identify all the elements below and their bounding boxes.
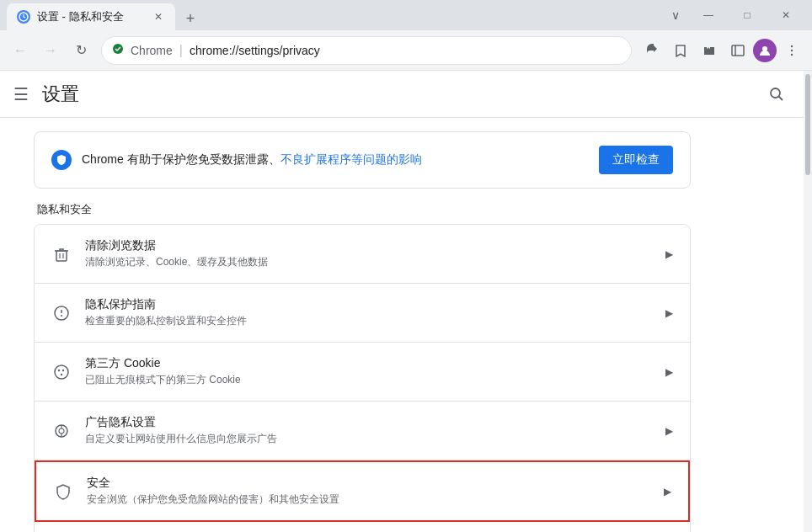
privacy-guide-icon: [51, 303, 72, 323]
bookmark-button[interactable]: [667, 37, 694, 64]
item-desc-security: 安全浏览（保护您免受危险网站的侵害）和其他安全设置: [87, 492, 650, 507]
item-title-security: 安全: [87, 476, 650, 491]
safety-text-prefix: Chrome 有助于保护您免受数据泄露、: [82, 152, 280, 166]
safety-text-link[interactable]: 不良扩展程序等问题的影响: [280, 152, 422, 166]
main-layout: ☰ 设置 Chrome 有助于保护您免受数据泄露、不良扩展程序等问题的影响 立即…: [0, 71, 812, 532]
page-title: 设置: [42, 82, 79, 107]
svg-point-5: [791, 45, 793, 46]
safety-banner-text: Chrome 有助于保护您免受数据泄露、不良扩展程序等问题的影响: [82, 152, 589, 168]
item-text-ad-privacy: 广告隐私设置 自定义要让网站使用什么信息向您展示广告: [85, 415, 652, 446]
tab-area: 设置 - 隐私和安全 ✕ +: [7, 0, 655, 30]
item-title-third-party-cookie: 第三方 Cookie: [85, 356, 652, 371]
tab-favicon: [17, 10, 30, 24]
extension-button[interactable]: [696, 37, 723, 64]
svg-point-22: [59, 428, 64, 434]
address-separator: |: [179, 43, 183, 58]
minimize-button[interactable]: —: [689, 0, 728, 30]
titlebar: 设置 - 隐私和安全 ✕ + ∨ — □ ✕: [0, 0, 812, 30]
svg-point-19: [62, 369, 64, 370]
item-text-security: 安全 安全浏览（保护您免受危险网站的侵害）和其他安全设置: [87, 476, 650, 507]
svg-point-6: [791, 49, 793, 51]
svg-point-20: [61, 373, 62, 375]
item-title-clear-data: 清除浏览数据: [85, 238, 652, 253]
address-bar[interactable]: Chrome | chrome://settings/privacy: [101, 36, 632, 65]
hamburger-menu-button[interactable]: ☰: [13, 84, 29, 104]
arrow-icon-ad-privacy: ▶: [665, 425, 673, 437]
settings-item-third-party-cookie[interactable]: 第三方 Cookie 已阻止无痕模式下的第三方 Cookie ▶: [35, 343, 690, 402]
svg-point-7: [791, 53, 793, 55]
svg-rect-2: [732, 45, 744, 56]
item-desc-ad-privacy: 自定义要让网站使用什么信息向您展示广告: [85, 432, 652, 446]
safety-check-button[interactable]: 立即检查: [599, 146, 673, 174]
scrollbar[interactable]: [804, 71, 812, 532]
profile-button[interactable]: [753, 39, 777, 62]
security-shield-icon: [53, 481, 73, 502]
address-chrome-label: Chrome: [131, 44, 173, 57]
cookie-icon: [51, 362, 72, 382]
new-tab-button[interactable]: +: [179, 7, 202, 30]
scrollbar-thumb[interactable]: [805, 74, 810, 175]
svg-point-8: [771, 88, 780, 98]
settings-list: 清除浏览数据 清除浏览记录、Cookie、缓存及其他数据 ▶ 隐私保护指南 检查…: [34, 224, 691, 532]
share-button[interactable]: [638, 37, 665, 64]
security-icon: [112, 43, 124, 57]
arrow-icon-privacy-guide: ▶: [665, 307, 673, 319]
item-title-ad-privacy: 广告隐私设置: [85, 415, 652, 430]
active-tab[interactable]: 设置 - 隐私和安全 ✕: [7, 3, 175, 30]
chrome-menu-button[interactable]: ∨: [662, 2, 689, 29]
ad-privacy-icon: [51, 421, 72, 441]
toolbar: ← → ↻ Chrome | chrome://settings/privacy: [0, 30, 812, 71]
arrow-icon-third-party-cookie: ▶: [665, 366, 673, 378]
settings-item-ad-privacy[interactable]: 广告隐私设置 自定义要让网站使用什么信息向您展示广告 ▶: [35, 402, 690, 460]
settings-content: Chrome 有助于保护您免受数据泄露、不良扩展程序等问题的影响 立即检查 隐私…: [0, 131, 724, 532]
item-text-clear-data: 清除浏览数据 清除浏览记录、Cookie、缓存及其他数据: [85, 238, 652, 269]
window-controls: — □ ✕: [689, 0, 805, 30]
item-text-third-party-cookie: 第三方 Cookie 已阻止无痕模式下的第三方 Cookie: [85, 356, 652, 387]
svg-point-18: [58, 369, 60, 370]
item-text-privacy-guide: 隐私保护指南 检查重要的隐私控制设置和安全控件: [85, 297, 652, 328]
address-url: chrome://settings/privacy: [190, 44, 320, 57]
safety-check-banner: Chrome 有助于保护您免受数据泄露、不良扩展程序等问题的影响 立即检查: [34, 131, 691, 189]
svg-point-17: [55, 365, 68, 379]
item-desc-privacy-guide: 检查重要的隐私控制设置和安全控件: [85, 314, 652, 328]
item-title-privacy-guide: 隐私保护指南: [85, 297, 652, 312]
item-desc-clear-data: 清除浏览记录、Cookie、缓存及其他数据: [85, 255, 652, 269]
tab-title: 设置 - 隐私和安全: [37, 9, 145, 24]
settings-item-site-settings[interactable]: 网站设置 控制网站可以使用和显示什么信息（如位置信息、摄像头、弹出式窗口及其他）…: [35, 522, 690, 532]
toolbar-actions: [638, 37, 805, 64]
svg-point-16: [61, 315, 62, 317]
settings-item-security[interactable]: 安全 安全浏览（保护您免受危险网站的侵害）和其他安全设置 ▶: [35, 460, 690, 522]
trash-icon: [51, 244, 72, 264]
item-desc-third-party-cookie: 已阻止无痕模式下的第三方 Cookie: [85, 373, 652, 387]
settings-item-privacy-guide[interactable]: 隐私保护指南 检查重要的隐私控制设置和安全控件 ▶: [35, 284, 690, 343]
content-area: ☰ 设置 Chrome 有助于保护您免受数据泄露、不良扩展程序等问题的影响 立即…: [0, 71, 804, 532]
menu-button[interactable]: [778, 37, 805, 64]
svg-line-9: [779, 96, 783, 100]
forward-button[interactable]: →: [37, 37, 64, 64]
maximize-button[interactable]: □: [728, 0, 767, 30]
svg-rect-10: [56, 251, 67, 261]
back-button[interactable]: ←: [7, 37, 34, 64]
arrow-icon-security: ▶: [664, 486, 671, 497]
settings-item-clear-data[interactable]: 清除浏览数据 清除浏览记录、Cookie、缓存及其他数据 ▶: [35, 225, 690, 284]
settings-header: ☰ 设置: [0, 71, 804, 118]
settings-search-button[interactable]: [763, 81, 790, 108]
sidebar-toggle-button[interactable]: [724, 37, 751, 64]
section-title: 隐私和安全: [34, 202, 691, 217]
close-button[interactable]: ✕: [767, 0, 805, 30]
arrow-icon-clear-data: ▶: [665, 248, 673, 260]
tab-close-button[interactable]: ✕: [152, 10, 165, 24]
reload-button[interactable]: ↻: [67, 37, 94, 64]
safety-shield-icon: [51, 150, 72, 170]
